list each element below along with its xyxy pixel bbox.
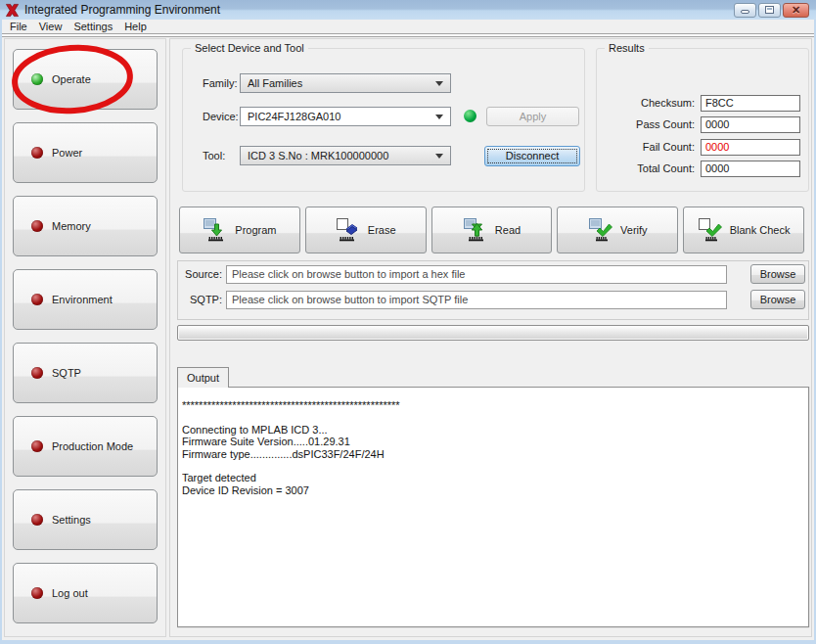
- erase-icon: [336, 218, 361, 242]
- menu-file[interactable]: File: [4, 20, 33, 33]
- action-button-row: Program Erase: [179, 207, 804, 253]
- read-icon: [463, 218, 488, 242]
- environment-led-icon: [31, 294, 43, 305]
- sidebar-item-label: Settings: [52, 514, 91, 526]
- chevron-down-icon: [435, 154, 443, 159]
- source-label: Source:: [178, 268, 222, 280]
- sqtp-led-icon: [31, 367, 43, 379]
- sidebar-item-production-mode[interactable]: Production Mode: [13, 416, 158, 477]
- minimize-button[interactable]: [734, 3, 756, 18]
- pass-count-label: Pass Count:: [597, 116, 695, 133]
- erase-button[interactable]: Erase: [305, 207, 427, 253]
- production-mode-led-icon: [31, 440, 43, 452]
- output-log-text: ****************************************…: [182, 399, 804, 622]
- sidebar-item-environment[interactable]: Environment: [13, 269, 158, 330]
- source-file-input[interactable]: Please click on browse button to import …: [226, 265, 727, 284]
- sidebar-item-operate[interactable]: Operate: [13, 49, 158, 110]
- window-title: Integrated Programming Environment: [24, 3, 220, 17]
- sidebar-item-sqtp[interactable]: SQTP: [13, 343, 158, 403]
- output-pane: ****************************************…: [177, 387, 809, 627]
- sqtp-label: SQTP:: [178, 294, 222, 305]
- total-count-value: 0000: [701, 161, 800, 177]
- read-button[interactable]: Read: [431, 207, 553, 253]
- source-browse-button[interactable]: Browse: [750, 264, 805, 284]
- tab-output[interactable]: Output: [177, 367, 229, 388]
- maximize-button[interactable]: [758, 3, 781, 18]
- verify-icon: [588, 218, 613, 242]
- close-icon: ✕: [792, 5, 800, 16]
- chevron-down-icon: [435, 81, 443, 86]
- results-group-label: Results: [605, 42, 649, 54]
- family-label: Family:: [203, 77, 237, 89]
- content-area: Operate Power Memory Environment SQTP Pr…: [2, 37, 814, 640]
- results-groupbox: Results Checksum: F8CC Pass Count: 0000 …: [596, 48, 809, 192]
- operate-led-icon: [31, 73, 43, 85]
- program-button[interactable]: Program: [179, 207, 300, 253]
- power-led-icon: [31, 147, 43, 159]
- apply-button[interactable]: Apply: [486, 107, 579, 126]
- settings-led-icon: [31, 514, 43, 526]
- menu-view[interactable]: View: [33, 20, 68, 33]
- device-status-led-icon: [464, 110, 476, 122]
- microchip-red-x-icon: [5, 3, 20, 18]
- menu-help[interactable]: Help: [118, 20, 153, 33]
- minimize-icon: [741, 10, 749, 14]
- tool-value: ICD 3 S.No : MRK100000000: [248, 150, 388, 161]
- blank-check-button[interactable]: Blank Check: [683, 207, 804, 253]
- tool-label: Tool:: [203, 150, 225, 161]
- program-icon: [203, 218, 228, 242]
- fail-count-label: Fail Count:: [597, 139, 695, 156]
- file-import-panel: Source: Please click on browse button to…: [177, 260, 809, 320]
- sidebar: Operate Power Memory Environment SQTP Pr…: [4, 38, 166, 637]
- maximize-icon: [765, 6, 774, 14]
- menu-settings[interactable]: Settings: [68, 20, 118, 33]
- logout-led-icon: [31, 587, 43, 599]
- sidebar-item-label: Production Mode: [52, 440, 133, 452]
- erase-button-label: Erase: [368, 224, 396, 236]
- close-button[interactable]: ✕: [783, 3, 809, 18]
- sidebar-item-logout[interactable]: Log out: [13, 563, 158, 623]
- title-bar: Integrated Programming Environment ✕: [0, 0, 816, 20]
- sqtp-file-input[interactable]: Please click on browse button to import …: [226, 291, 727, 309]
- verify-button[interactable]: Verify: [557, 207, 678, 253]
- checksum-value: F8CC: [701, 95, 800, 112]
- checksum-label: Checksum:: [597, 95, 695, 112]
- total-count-label: Total Count:: [597, 161, 695, 177]
- sidebar-item-label: Power: [52, 147, 82, 159]
- sidebar-item-label: Log out: [52, 587, 88, 599]
- sidebar-item-memory[interactable]: Memory: [13, 196, 158, 256]
- verify-button-label: Verify: [620, 224, 648, 236]
- family-value: All Families: [248, 77, 302, 89]
- main-panel: Select Device and Tool Family: All Famil…: [169, 38, 812, 637]
- chevron-down-icon: [435, 115, 443, 119]
- memory-led-icon: [31, 220, 43, 232]
- program-button-label: Program: [235, 224, 276, 236]
- sidebar-item-label: Operate: [52, 73, 91, 85]
- sidebar-item-label: Environment: [52, 294, 113, 305]
- fail-count-value: 0000: [701, 139, 800, 156]
- device-value: PIC24FJ128GA010: [248, 111, 340, 122]
- read-button-label: Read: [495, 224, 521, 236]
- sidebar-item-label: SQTP: [52, 367, 81, 379]
- device-label: Device:: [203, 111, 239, 122]
- tool-dropdown[interactable]: ICD 3 S.No : MRK100000000: [240, 146, 451, 165]
- window-border-left: [0, 20, 2, 644]
- sidebar-item-label: Memory: [52, 220, 91, 232]
- blank-check-icon: [698, 218, 723, 242]
- window-border-bottom: [0, 640, 816, 644]
- sqtp-browse-button[interactable]: Browse: [750, 290, 805, 309]
- sidebar-item-power[interactable]: Power: [13, 122, 158, 183]
- device-tool-group-label: Select Device and Tool: [191, 42, 308, 54]
- disconnect-button[interactable]: Disconnect: [484, 146, 580, 166]
- progress-bar: [177, 325, 809, 341]
- blank-check-button-label: Blank Check: [730, 224, 791, 236]
- pass-count-value: 0000: [701, 116, 800, 133]
- sidebar-item-settings[interactable]: Settings: [13, 489, 158, 550]
- app-window: Integrated Programming Environment ✕ Fil…: [0, 0, 816, 644]
- menu-bar: File View Settings Help: [2, 20, 814, 33]
- family-dropdown[interactable]: All Families: [240, 73, 451, 93]
- device-dropdown[interactable]: PIC24FJ128GA010: [240, 107, 451, 126]
- device-tool-groupbox: Select Device and Tool Family: All Famil…: [182, 48, 585, 192]
